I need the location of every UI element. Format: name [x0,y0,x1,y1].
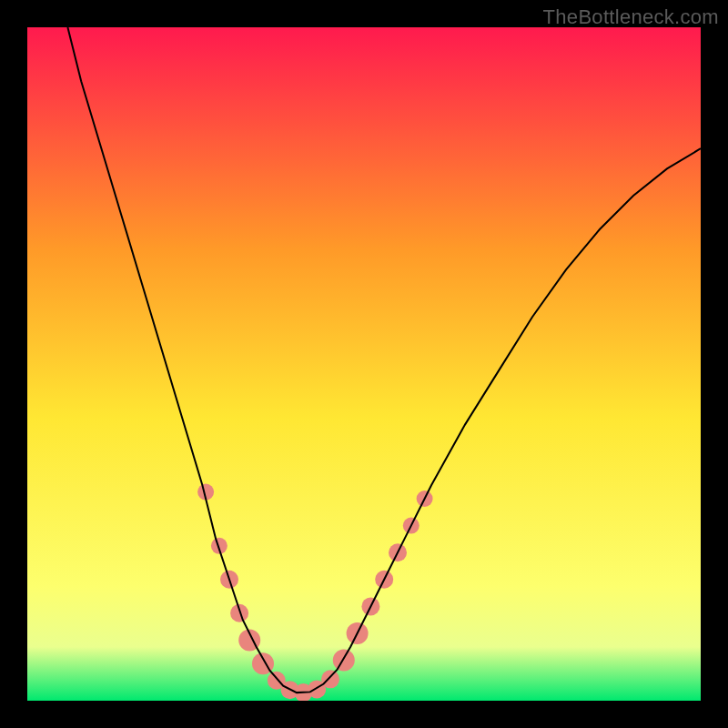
chart-svg [27,27,701,701]
gradient-background [27,27,701,701]
frame: TheBottleneck.com [0,0,728,728]
highlight-dot [321,670,339,688]
watermark-text: TheBottleneck.com [543,5,719,29]
highlight-dot [333,650,355,672]
highlight-dot [230,604,248,622]
plot-area [27,27,701,701]
